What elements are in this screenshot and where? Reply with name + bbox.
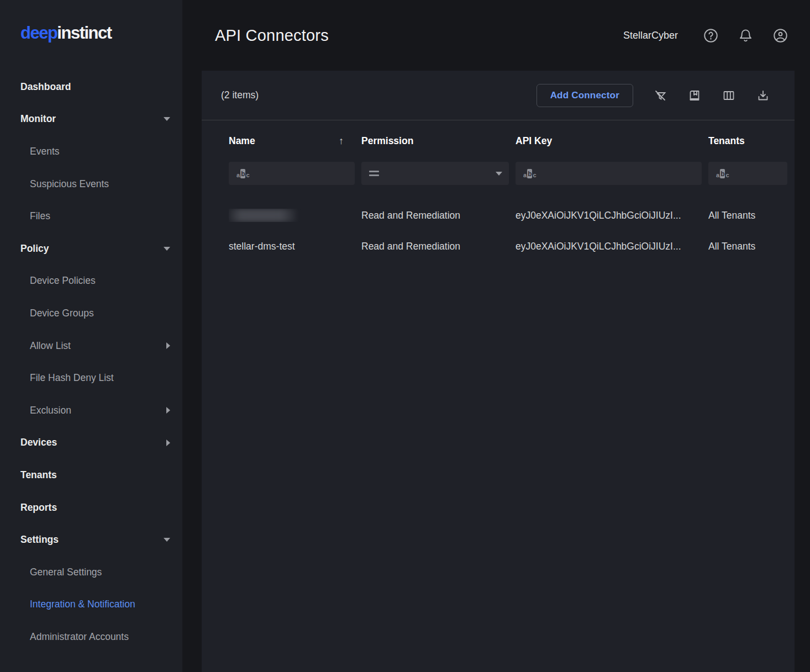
- sidebar-item-label: Device Groups: [30, 308, 94, 319]
- column-header-api-key[interactable]: API Key: [516, 135, 708, 147]
- sidebar-item-device-groups[interactable]: Device Groups: [0, 297, 182, 330]
- toolbar-icons: [654, 89, 770, 102]
- sidebar-item-device-policies[interactable]: Device Policies: [0, 265, 182, 298]
- sidebar-item-label: Events: [30, 146, 60, 157]
- permission-filter[interactable]: [361, 162, 509, 185]
- cell-tenants: All Tenants: [708, 241, 787, 252]
- saved-views-icon[interactable]: [688, 89, 701, 102]
- sidebar-item-label: General Settings: [30, 567, 102, 578]
- sidebar-item-allow-list[interactable]: Allow List: [0, 330, 182, 362]
- columns-icon[interactable]: [722, 89, 735, 102]
- filter-off-icon[interactable]: [654, 89, 667, 102]
- column-label: Permission: [361, 135, 413, 147]
- cell-name: [229, 209, 361, 222]
- sidebar-item-label: Exclusion: [30, 405, 71, 416]
- sidebar-item-label: Administrator Accounts: [30, 631, 129, 643]
- chevron-down-icon: [164, 247, 170, 251]
- sidebar-item-label: File Hash Deny List: [30, 372, 114, 384]
- sidebar-item-monitor[interactable]: Monitor: [0, 103, 182, 136]
- sidebar-item-label: Reports: [20, 502, 57, 514]
- cell-name: stellar-dms-test: [229, 241, 361, 252]
- sidebar-item-label: Dashboard: [20, 81, 71, 93]
- logo-instinct: instinct: [57, 23, 111, 43]
- column-label: Tenants: [708, 135, 745, 147]
- sidebar-item-label: Settings: [20, 534, 59, 546]
- tenants-filter-input[interactable]: [708, 162, 787, 185]
- sidebar-item-label: Tenants: [20, 469, 57, 481]
- help-icon[interactable]: [703, 28, 718, 43]
- chevron-right-icon: [166, 440, 170, 446]
- sidebar-item-administrator-accounts[interactable]: Administrator Accounts: [0, 621, 182, 653]
- sidebar-item-label: Monitor: [20, 113, 56, 125]
- page-header: API Connectors StellarCyber: [182, 0, 810, 71]
- equals-filter-icon: [369, 171, 379, 176]
- column-label: Name: [229, 135, 255, 147]
- sidebar-item-general-settings[interactable]: General Settings: [0, 556, 182, 589]
- cell-tenants: All Tenants: [708, 210, 787, 221]
- sidebar-item-file-hash-deny-list[interactable]: File Hash Deny List: [0, 362, 182, 394]
- header-actions: StellarCyber: [623, 28, 788, 43]
- name-filter[interactable]: abc: [229, 162, 355, 185]
- sidebar-item-tenants[interactable]: Tenants: [0, 459, 182, 491]
- redacted-name: [229, 209, 296, 222]
- column-header-permission[interactable]: Permission: [361, 135, 516, 147]
- logo-deep: deep: [20, 23, 57, 43]
- api-key-filter[interactable]: abc: [516, 162, 702, 185]
- sort-ascending-icon[interactable]: ↑: [339, 135, 344, 147]
- api-connectors-panel: (2 items) Add Connector Name ↑ Permissio…: [202, 71, 795, 672]
- sidebar-item-label: Suspicious Events: [30, 178, 109, 190]
- sidebar-item-label: Device Policies: [30, 275, 96, 287]
- sidebar-item-events[interactable]: Events: [0, 135, 182, 168]
- table-row[interactable]: Read and Remediation eyJ0eXAiOiJKV1QiLCJ…: [202, 200, 795, 231]
- table-header-row: Name ↑ Permission API Key Tenants: [202, 120, 795, 162]
- name-filter-input[interactable]: [229, 162, 355, 185]
- sidebar-item-files[interactable]: Files: [0, 200, 182, 232]
- chevron-down-icon: [164, 117, 170, 121]
- download-icon[interactable]: [756, 89, 770, 102]
- cell-permission: Read and Remediation: [361, 241, 516, 252]
- sidebar-nav: Dashboard Monitor Events Suspicious Even…: [0, 71, 182, 653]
- sidebar-item-suspicious-events[interactable]: Suspicious Events: [0, 168, 182, 200]
- sidebar-item-dashboard[interactable]: Dashboard: [0, 71, 182, 103]
- notifications-bell-icon[interactable]: [738, 28, 753, 43]
- sidebar-item-reports[interactable]: Reports: [0, 491, 182, 524]
- sidebar-item-label: Files: [30, 210, 50, 222]
- table-row[interactable]: stellar-dms-test Read and Remediation ey…: [202, 231, 795, 262]
- table-filter-row: abc abc abc: [202, 162, 795, 185]
- column-header-name[interactable]: Name ↑: [229, 135, 361, 147]
- table-toolbar: (2 items) Add Connector: [202, 71, 795, 120]
- add-connector-button[interactable]: Add Connector: [537, 84, 633, 107]
- cell-api-key: eyJ0eXAiOiJKV1QiLCJhbGciOiJIUzI...: [516, 241, 708, 252]
- sidebar-item-policy[interactable]: Policy: [0, 232, 182, 265]
- sidebar-item-devices[interactable]: Devices: [0, 427, 182, 459]
- chevron-right-icon: [166, 342, 170, 349]
- items-count: (2 items): [221, 89, 259, 101]
- cell-permission: Read and Remediation: [361, 210, 516, 221]
- sidebar-item-exclusion[interactable]: Exclusion: [0, 394, 182, 427]
- cell-api-key: eyJ0eXAiOiJKV1QiLCJhbGciOiJIUzI...: [516, 210, 708, 221]
- sidebar-item-label: Allow List: [30, 340, 71, 352]
- sidebar-item-label: Policy: [20, 243, 49, 255]
- page-title: API Connectors: [215, 27, 329, 45]
- sidebar-item-settings[interactable]: Settings: [0, 523, 182, 556]
- sidebar: deepinstinct Dashboard Monitor Events Su…: [0, 0, 182, 672]
- deep-instinct-logo: deepinstinct: [0, 0, 182, 42]
- account-icon[interactable]: [773, 28, 788, 43]
- column-header-tenants[interactable]: Tenants: [708, 135, 787, 147]
- chevron-right-icon: [166, 407, 170, 414]
- chevron-down-icon: [496, 172, 502, 176]
- sidebar-item-label: Devices: [20, 437, 57, 448]
- column-label: API Key: [516, 135, 552, 147]
- api-key-filter-input[interactable]: [516, 162, 702, 185]
- tenants-filter[interactable]: abc: [708, 162, 787, 185]
- sidebar-item-label: Integration & Notification: [30, 599, 135, 610]
- account-name: StellarCyber: [623, 30, 678, 41]
- sidebar-item-integration-notification[interactable]: Integration & Notification: [0, 589, 182, 621]
- chevron-down-icon: [164, 538, 170, 542]
